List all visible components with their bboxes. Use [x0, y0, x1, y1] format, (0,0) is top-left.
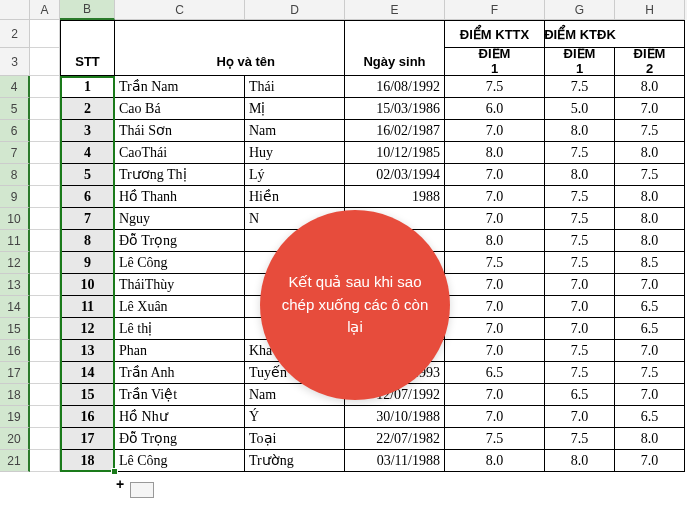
col-header-G[interactable]: G: [545, 0, 615, 20]
cell-ho-16[interactable]: Phan: [115, 340, 245, 362]
row-header-13[interactable]: 13: [0, 274, 30, 296]
cell-A5[interactable]: [30, 98, 60, 120]
cell-A8[interactable]: [30, 164, 60, 186]
cell-ns-7[interactable]: 10/12/1985: [345, 142, 445, 164]
cell-A20[interactable]: [30, 428, 60, 450]
cell-stt-12[interactable]: 9: [60, 252, 115, 274]
cell-ns-8[interactable]: 02/03/1994: [345, 164, 445, 186]
cell-ns-9[interactable]: 1988: [345, 186, 445, 208]
cell-A4[interactable]: [30, 76, 60, 98]
row-header-10[interactable]: 10: [0, 208, 30, 230]
cell-stt-21[interactable]: 18: [60, 450, 115, 472]
cell-ns-5[interactable]: 15/03/1986: [345, 98, 445, 120]
cell-g-5[interactable]: 5.0: [545, 98, 615, 120]
cell-h-10[interactable]: 8.0: [615, 208, 685, 230]
cell-stt-4[interactable]: 1: [60, 76, 115, 98]
cell-A17[interactable]: [30, 362, 60, 384]
cell-h-13[interactable]: 7.0: [615, 274, 685, 296]
cell-h-6[interactable]: 7.5: [615, 120, 685, 142]
cell-ho-8[interactable]: Trương Thị: [115, 164, 245, 186]
cell-ten-7[interactable]: Huy: [245, 142, 345, 164]
row-header-7[interactable]: 7: [0, 142, 30, 164]
row-header-4[interactable]: 4: [0, 76, 30, 98]
cell-ten-8[interactable]: Lý: [245, 164, 345, 186]
cell-h-19[interactable]: 6.5: [615, 406, 685, 428]
cell-A16[interactable]: [30, 340, 60, 362]
cell-f-4[interactable]: 7.5: [445, 76, 545, 98]
cell-A6[interactable]: [30, 120, 60, 142]
cell-stt-6[interactable]: 3: [60, 120, 115, 142]
row-header-2[interactable]: 2: [0, 20, 30, 48]
cell-A11[interactable]: [30, 230, 60, 252]
cell-A21[interactable]: [30, 450, 60, 472]
cell-stt-8[interactable]: 5: [60, 164, 115, 186]
cell-ho-4[interactable]: Trần Nam: [115, 76, 245, 98]
cell-stt-19[interactable]: 16: [60, 406, 115, 428]
col-header-H[interactable]: H: [615, 0, 685, 20]
cell-stt-14[interactable]: 11: [60, 296, 115, 318]
cell-ho-12[interactable]: Lê Công: [115, 252, 245, 274]
hdr-stt2[interactable]: STT: [60, 48, 115, 76]
cell-g-6[interactable]: 8.0: [545, 120, 615, 142]
cell-h-11[interactable]: 8.0: [615, 230, 685, 252]
cell-h-5[interactable]: 7.0: [615, 98, 685, 120]
cell-h-20[interactable]: 8.0: [615, 428, 685, 450]
cell-h-16[interactable]: 7.0: [615, 340, 685, 362]
cell-ns-21[interactable]: 03/11/1988: [345, 450, 445, 472]
cell-h-12[interactable]: 8.5: [615, 252, 685, 274]
hdr-ktdk-l[interactable]: ĐIỂM KTĐK: [545, 20, 615, 48]
cell-h-18[interactable]: 7.0: [615, 384, 685, 406]
cell-stt-9[interactable]: 6: [60, 186, 115, 208]
cell-f-13[interactable]: 7.0: [445, 274, 545, 296]
cell-ten-21[interactable]: Trường: [245, 450, 345, 472]
cell-ten-4[interactable]: Thái: [245, 76, 345, 98]
hdr-ngaysinh[interactable]: [345, 20, 445, 48]
hdr-hovaten2l[interactable]: Họ và tên: [115, 48, 245, 76]
cell-h-21[interactable]: 7.0: [615, 450, 685, 472]
row-header-14[interactable]: 14: [0, 296, 30, 318]
cell-ho-19[interactable]: Hồ Như: [115, 406, 245, 428]
hdr-hovaten-r[interactable]: [245, 20, 345, 48]
select-all-corner[interactable]: [0, 0, 30, 20]
cell-f-21[interactable]: 8.0: [445, 450, 545, 472]
cell-g-18[interactable]: 6.5: [545, 384, 615, 406]
row-header-9[interactable]: 9: [0, 186, 30, 208]
cell-stt-17[interactable]: 14: [60, 362, 115, 384]
hdr-diem-h[interactable]: ĐIỂM2: [615, 48, 685, 76]
cell-A15[interactable]: [30, 318, 60, 340]
cell-g-15[interactable]: 7.0: [545, 318, 615, 340]
cell-f-16[interactable]: 7.0: [445, 340, 545, 362]
cell-stt-16[interactable]: 13: [60, 340, 115, 362]
cell-ten-20[interactable]: Toại: [245, 428, 345, 450]
cell-g-4[interactable]: 7.5: [545, 76, 615, 98]
cell-A14[interactable]: [30, 296, 60, 318]
row-header-21[interactable]: 21: [0, 450, 30, 472]
cell-f-11[interactable]: 8.0: [445, 230, 545, 252]
cell-g-20[interactable]: 7.5: [545, 428, 615, 450]
col-header-B[interactable]: B: [60, 0, 115, 20]
hdr-kttx[interactable]: ĐIỂM KTTX: [445, 20, 545, 48]
col-header-D[interactable]: D: [245, 0, 345, 20]
cell-h-4[interactable]: 8.0: [615, 76, 685, 98]
cell-ten-19[interactable]: Ý: [245, 406, 345, 428]
cell-h-14[interactable]: 6.5: [615, 296, 685, 318]
cell-f-18[interactable]: 7.0: [445, 384, 545, 406]
cell-ho-15[interactable]: Lê thị: [115, 318, 245, 340]
cell-stt-15[interactable]: 12: [60, 318, 115, 340]
cell-ho-9[interactable]: Hồ Thanh: [115, 186, 245, 208]
cell-g-8[interactable]: 8.0: [545, 164, 615, 186]
col-header-C[interactable]: C: [115, 0, 245, 20]
hdr-stt[interactable]: [60, 20, 115, 48]
cell-g-9[interactable]: 7.5: [545, 186, 615, 208]
cell-A12[interactable]: [30, 252, 60, 274]
cell-ns-6[interactable]: 16/02/1987: [345, 120, 445, 142]
cell-ho-13[interactable]: TháiThùy: [115, 274, 245, 296]
cell-ho-5[interactable]: Cao Bá: [115, 98, 245, 120]
cell-g-7[interactable]: 7.5: [545, 142, 615, 164]
cell-f-19[interactable]: 7.0: [445, 406, 545, 428]
cell-g-14[interactable]: 7.0: [545, 296, 615, 318]
row-header-18[interactable]: 18: [0, 384, 30, 406]
cell-ns-19[interactable]: 30/10/1988: [345, 406, 445, 428]
row-header-12[interactable]: 12: [0, 252, 30, 274]
cell-h-17[interactable]: 7.5: [615, 362, 685, 384]
